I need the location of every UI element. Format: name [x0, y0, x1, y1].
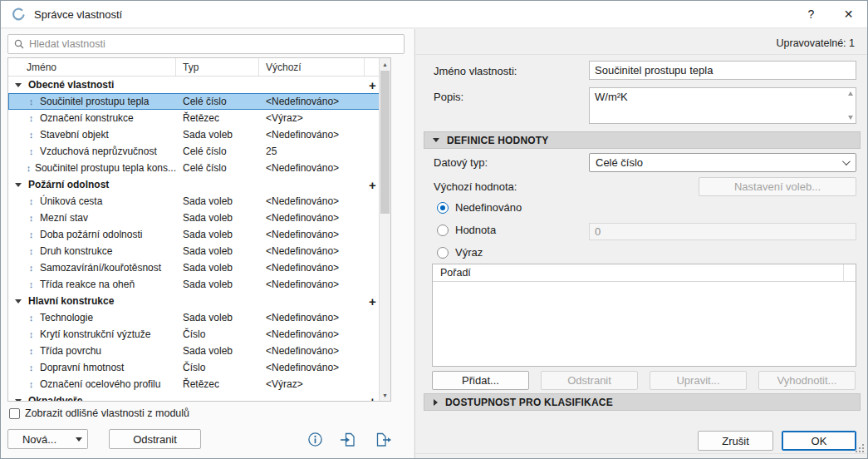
drag-handle-icon[interactable]: ↕ [25, 279, 37, 289]
data-type-dropdown[interactable]: Celé číslo [589, 153, 856, 172]
drag-handle-icon[interactable]: ↕ [25, 346, 37, 356]
group-label: Hlavní konstrukce [28, 295, 114, 307]
drag-handle-icon[interactable]: ↕ [25, 329, 37, 339]
property-name-cell: ↕Dopravní hmotnost [8, 359, 176, 376]
property-name: Technologie [40, 312, 93, 323]
column-header-type[interactable]: Typ [176, 58, 259, 76]
scroll-up-arrow-icon[interactable]: ▲ [380, 58, 390, 70]
value-definition-section-header[interactable]: DEFINICE HODNOTY [424, 131, 861, 149]
property-group-row[interactable]: Hlavní konstrukce+ [8, 293, 380, 309]
property-name-cell: ↕Označení ocelového profilu [8, 376, 176, 392]
modules-checkbox[interactable] [9, 408, 20, 419]
drag-handle-icon[interactable]: ↕ [25, 363, 37, 373]
ok-button[interactable]: OK [782, 431, 856, 451]
delete-button[interactable]: Odstranit [109, 429, 201, 449]
close-button[interactable]: ✕ [830, 1, 867, 27]
column-header-default[interactable]: Výchozí [259, 58, 365, 76]
property-name-input[interactable] [589, 61, 856, 80]
drag-handle-icon[interactable]: ↕ [25, 213, 37, 223]
drag-handle-icon[interactable]: ↕ [25, 246, 37, 256]
column-header-name[interactable]: Jméno [8, 58, 176, 76]
search-box[interactable] [7, 34, 405, 54]
property-row[interactable]: ↕Samozavírání/kouřotěsnostSada voleb<Ned… [8, 259, 380, 276]
property-row[interactable]: ↕Úniková cestaSada voleb<Nedefinováno> [8, 193, 380, 210]
property-name-cell: ↕Úniková cesta [8, 193, 176, 210]
property-type: Sada voleb [176, 243, 259, 259]
drag-handle-icon[interactable]: ↕ [25, 113, 37, 123]
scroll-up-arrow-icon[interactable] [848, 91, 853, 96]
property-row[interactable]: ↕Vzduchová neprůzvučnostCelé číslo25 [8, 143, 380, 160]
property-type: Číslo [176, 359, 259, 376]
property-group-row[interactable]: Požární odolnost+ [8, 176, 380, 193]
property-default: <Výraz> [259, 376, 365, 392]
add-button[interactable]: Přidat... [432, 371, 529, 390]
scroll-down-arrow-icon[interactable]: ▼ [380, 389, 390, 401]
vertical-scrollbar[interactable]: ▲ ▼ [379, 58, 390, 401]
edit-button: Upravit... [650, 371, 747, 390]
property-name-cell: ↕Samozavírání/kouřotěsnost [8, 259, 176, 276]
radio-row-undefined[interactable]: Nedefinováno [437, 201, 522, 214]
property-row[interactable]: ↕Stavební objektSada voleb<Nedefinováno> [8, 126, 380, 143]
scroll-down-arrow-icon[interactable] [848, 116, 853, 120]
property-row[interactable]: ↕Druh konstrukceSada voleb<Nedefinováno> [8, 243, 380, 259]
order-column-header[interactable]: Pořadí [440, 267, 471, 279]
property-name: Označení konstrukce [40, 112, 134, 124]
new-button[interactable]: Nová... [7, 429, 71, 449]
resize-grip[interactable] [856, 443, 865, 456]
property-table-body: Obecné vlastnosti+↕Součinitel prostupu t… [8, 76, 390, 401]
drag-handle-icon[interactable]: ↕ [25, 379, 37, 389]
drag-handle-icon[interactable]: ↕ [25, 230, 37, 239]
property-row[interactable]: ↕Dopravní hmotnostČíslo<Nedefinováno> [8, 359, 380, 376]
export-properties-button[interactable] [372, 429, 395, 450]
group-expand-icon[interactable] [15, 299, 22, 304]
property-row[interactable]: ↕Třída reakce na oheňSada voleb<Nedefino… [8, 276, 380, 293]
group-expand-icon[interactable] [15, 83, 22, 87]
property-name: Úniková cesta [40, 195, 102, 207]
group-expand-icon[interactable] [15, 399, 22, 402]
property-name-cell: ↕Součinitel prostupu tepla kons... [8, 160, 176, 176]
expression-list-header: Pořadí [433, 264, 856, 282]
property-group-row[interactable]: Obecné vlastnosti+ [8, 76, 380, 93]
drag-handle-icon[interactable]: ↕ [25, 163, 32, 173]
property-type: Sada voleb [176, 226, 259, 243]
property-row[interactable]: ↕Součinitel prostupu teplaCelé číslo<Ned… [8, 93, 380, 110]
property-row[interactable]: ↕Označení ocelového profiluŘetězec<Výraz… [8, 376, 380, 392]
scrollbar-thumb[interactable] [380, 71, 390, 214]
radio-row-expression[interactable]: Výraz [437, 246, 483, 259]
radio-undefined[interactable] [437, 202, 449, 214]
chevron-down-icon [842, 157, 851, 165]
property-default: <Nedefinováno> [259, 276, 365, 293]
expression-list[interactable]: Pořadí [432, 264, 856, 367]
property-row[interactable]: ↕Třída povrchuSada voleb<Nedefinováno> [8, 343, 380, 359]
drag-handle-icon[interactable]: ↕ [25, 96, 37, 106]
property-name: Třída reakce na oheň [40, 279, 135, 290]
property-row[interactable]: ↕Doba požární odolnostiSada voleb<Nedefi… [8, 226, 380, 243]
property-row[interactable]: ↕Označení konstrukceŘetězec<Výraz> [8, 110, 380, 126]
drag-handle-icon[interactable]: ↕ [25, 263, 37, 273]
search-icon [14, 39, 24, 49]
info-button[interactable] [303, 429, 326, 450]
property-row[interactable]: ↕Součinitel prostupu tepla kons...Celé č… [8, 160, 380, 176]
radio-row-value[interactable]: Hodnota [437, 224, 496, 236]
property-type: Celé číslo [176, 143, 259, 160]
classification-section-header[interactable]: DOSTUPNOST PRO KLASIFIKACE [424, 393, 861, 411]
description-input[interactable]: W/m²K [589, 87, 856, 124]
property-row[interactable]: ↕Mezní stavSada voleb<Nedefinováno> [8, 210, 380, 226]
cancel-button[interactable]: Zrušit [698, 431, 773, 451]
property-group-row[interactable]: Okna/dveře+ [8, 392, 380, 401]
property-type: Řetězec [176, 376, 259, 392]
help-button[interactable]: ? [792, 1, 830, 27]
group-expand-icon[interactable] [15, 183, 22, 187]
new-dropdown-button[interactable] [71, 429, 88, 449]
property-row[interactable]: ↕TechnologieSada voleb<Nedefinováno> [8, 309, 380, 326]
property-type: Sada voleb [176, 210, 259, 226]
drag-handle-icon[interactable]: ↕ [25, 196, 37, 206]
import-properties-button[interactable] [336, 429, 360, 450]
property-row[interactable]: ↕Krytí konstrukční výztužeČíslo<Nedefino… [8, 326, 380, 343]
search-input[interactable] [29, 36, 404, 52]
drag-handle-icon[interactable]: ↕ [25, 313, 37, 323]
radio-expression[interactable] [437, 247, 449, 259]
radio-value[interactable] [437, 225, 449, 236]
drag-handle-icon[interactable]: ↕ [25, 146, 37, 156]
drag-handle-icon[interactable]: ↕ [25, 130, 37, 140]
